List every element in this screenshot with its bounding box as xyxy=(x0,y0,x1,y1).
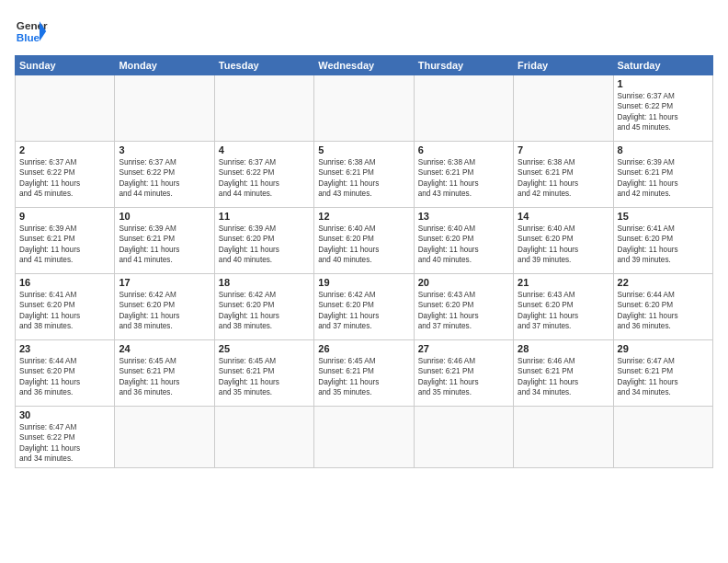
day-info: Sunrise: 6:45 AM Sunset: 6:21 PM Dayligh… xyxy=(219,356,310,398)
day-info: Sunrise: 6:41 AM Sunset: 6:20 PM Dayligh… xyxy=(618,224,709,266)
day-info: Sunrise: 6:46 AM Sunset: 6:21 PM Dayligh… xyxy=(418,356,509,398)
calendar-cell: 4Sunrise: 6:37 AM Sunset: 6:22 PM Daylig… xyxy=(214,142,313,208)
day-number: 14 xyxy=(518,211,609,222)
calendar-week-row: 2Sunrise: 6:37 AM Sunset: 6:22 PM Daylig… xyxy=(16,142,713,208)
day-info: Sunrise: 6:37 AM Sunset: 6:22 PM Dayligh… xyxy=(618,91,709,133)
day-info: Sunrise: 6:42 AM Sunset: 6:20 PM Dayligh… xyxy=(119,290,210,332)
day-number: 8 xyxy=(618,144,709,155)
day-number: 12 xyxy=(318,211,409,222)
page: General Blue SundayMondayTuesdayWednesda… xyxy=(0,0,728,563)
calendar-cell: 5Sunrise: 6:38 AM Sunset: 6:21 PM Daylig… xyxy=(314,142,414,208)
day-number: 18 xyxy=(219,277,310,288)
calendar-week-row: 16Sunrise: 6:41 AM Sunset: 6:20 PM Dayli… xyxy=(16,274,713,340)
svg-text:Blue: Blue xyxy=(17,31,40,43)
logo-icon: General Blue xyxy=(15,15,48,48)
weekday-header-sunday: Sunday xyxy=(16,56,115,75)
day-info: Sunrise: 6:39 AM Sunset: 6:21 PM Dayligh… xyxy=(618,157,709,200)
day-number: 27 xyxy=(418,343,509,354)
calendar-cell: 10Sunrise: 6:39 AM Sunset: 6:21 PM Dayli… xyxy=(115,208,214,274)
day-info: Sunrise: 6:45 AM Sunset: 6:21 PM Dayligh… xyxy=(119,356,210,398)
calendar-cell: 28Sunrise: 6:46 AM Sunset: 6:21 PM Dayli… xyxy=(514,340,613,407)
day-info: Sunrise: 6:37 AM Sunset: 6:22 PM Dayligh… xyxy=(19,157,110,200)
day-number: 25 xyxy=(219,343,310,354)
day-number: 4 xyxy=(219,144,310,155)
day-number: 20 xyxy=(418,277,509,288)
day-number: 30 xyxy=(19,409,110,420)
day-number: 17 xyxy=(119,277,210,288)
day-info: Sunrise: 6:42 AM Sunset: 6:20 PM Dayligh… xyxy=(219,290,310,332)
day-number: 13 xyxy=(418,211,509,222)
calendar-cell: 7Sunrise: 6:38 AM Sunset: 6:21 PM Daylig… xyxy=(514,142,613,208)
calendar-week-row: 23Sunrise: 6:44 AM Sunset: 6:20 PM Dayli… xyxy=(16,340,713,407)
weekday-header-wednesday: Wednesday xyxy=(314,56,414,75)
calendar-cell xyxy=(414,407,513,468)
calendar-cell: 3Sunrise: 6:37 AM Sunset: 6:22 PM Daylig… xyxy=(115,142,214,208)
calendar-cell: 24Sunrise: 6:45 AM Sunset: 6:21 PM Dayli… xyxy=(115,340,214,407)
day-info: Sunrise: 6:40 AM Sunset: 6:20 PM Dayligh… xyxy=(318,224,409,266)
calendar-cell: 27Sunrise: 6:46 AM Sunset: 6:21 PM Dayli… xyxy=(414,340,513,407)
day-number: 3 xyxy=(119,144,210,155)
day-info: Sunrise: 6:42 AM Sunset: 6:20 PM Dayligh… xyxy=(318,290,409,332)
day-info: Sunrise: 6:39 AM Sunset: 6:20 PM Dayligh… xyxy=(219,224,310,266)
weekday-header-saturday: Saturday xyxy=(613,56,712,75)
day-info: Sunrise: 6:47 AM Sunset: 6:22 PM Dayligh… xyxy=(19,422,110,465)
calendar-cell: 11Sunrise: 6:39 AM Sunset: 6:20 PM Dayli… xyxy=(214,208,313,274)
day-info: Sunrise: 6:46 AM Sunset: 6:21 PM Dayligh… xyxy=(518,356,609,398)
day-info: Sunrise: 6:44 AM Sunset: 6:20 PM Dayligh… xyxy=(618,290,709,332)
calendar-cell: 19Sunrise: 6:42 AM Sunset: 6:20 PM Dayli… xyxy=(314,274,414,340)
calendar-cell xyxy=(414,75,513,142)
calendar-cell: 13Sunrise: 6:40 AM Sunset: 6:20 PM Dayli… xyxy=(414,208,513,274)
calendar-cell xyxy=(214,75,313,142)
day-number: 15 xyxy=(618,211,709,222)
day-number: 10 xyxy=(119,211,210,222)
weekday-header-thursday: Thursday xyxy=(414,56,513,75)
calendar-cell xyxy=(314,407,414,468)
day-info: Sunrise: 6:44 AM Sunset: 6:20 PM Dayligh… xyxy=(19,356,110,398)
calendar-cell: 8Sunrise: 6:39 AM Sunset: 6:21 PM Daylig… xyxy=(613,142,712,208)
calendar-cell: 30Sunrise: 6:47 AM Sunset: 6:22 PM Dayli… xyxy=(16,407,115,468)
header: General Blue xyxy=(15,15,713,48)
day-number: 1 xyxy=(618,78,709,89)
day-info: Sunrise: 6:43 AM Sunset: 6:20 PM Dayligh… xyxy=(518,290,609,332)
calendar-cell: 12Sunrise: 6:40 AM Sunset: 6:20 PM Dayli… xyxy=(314,208,414,274)
day-info: Sunrise: 6:41 AM Sunset: 6:20 PM Dayligh… xyxy=(19,290,110,332)
calendar-cell xyxy=(514,75,613,142)
calendar-cell: 21Sunrise: 6:43 AM Sunset: 6:20 PM Dayli… xyxy=(514,274,613,340)
calendar-cell: 22Sunrise: 6:44 AM Sunset: 6:20 PM Dayli… xyxy=(613,274,712,340)
calendar-cell xyxy=(115,75,214,142)
day-number: 21 xyxy=(518,277,609,288)
day-info: Sunrise: 6:37 AM Sunset: 6:22 PM Dayligh… xyxy=(119,157,210,200)
calendar-cell: 1Sunrise: 6:37 AM Sunset: 6:22 PM Daylig… xyxy=(613,75,712,142)
day-number: 23 xyxy=(19,343,110,354)
day-number: 2 xyxy=(19,144,110,155)
day-info: Sunrise: 6:38 AM Sunset: 6:21 PM Dayligh… xyxy=(518,157,609,200)
calendar-cell: 2Sunrise: 6:37 AM Sunset: 6:22 PM Daylig… xyxy=(16,142,115,208)
day-info: Sunrise: 6:40 AM Sunset: 6:20 PM Dayligh… xyxy=(418,224,509,266)
day-number: 19 xyxy=(318,277,409,288)
calendar-cell: 14Sunrise: 6:40 AM Sunset: 6:20 PM Dayli… xyxy=(514,208,613,274)
calendar-cell: 6Sunrise: 6:38 AM Sunset: 6:21 PM Daylig… xyxy=(414,142,513,208)
day-number: 7 xyxy=(518,144,609,155)
calendar-cell xyxy=(214,407,313,468)
day-info: Sunrise: 6:37 AM Sunset: 6:22 PM Dayligh… xyxy=(219,157,310,200)
calendar-cell xyxy=(115,407,214,468)
day-info: Sunrise: 6:47 AM Sunset: 6:21 PM Dayligh… xyxy=(618,356,709,398)
calendar-week-row: 9Sunrise: 6:39 AM Sunset: 6:21 PM Daylig… xyxy=(16,208,713,274)
day-info: Sunrise: 6:39 AM Sunset: 6:21 PM Dayligh… xyxy=(119,224,210,266)
calendar-cell xyxy=(16,75,115,142)
day-info: Sunrise: 6:43 AM Sunset: 6:20 PM Dayligh… xyxy=(418,290,509,332)
day-number: 29 xyxy=(618,343,709,354)
day-number: 28 xyxy=(518,343,609,354)
calendar-table: SundayMondayTuesdayWednesdayThursdayFrid… xyxy=(15,55,713,468)
calendar-cell xyxy=(314,75,414,142)
calendar-week-row: 30Sunrise: 6:47 AM Sunset: 6:22 PM Dayli… xyxy=(16,407,713,468)
calendar-cell: 29Sunrise: 6:47 AM Sunset: 6:21 PM Dayli… xyxy=(613,340,712,407)
calendar-cell: 15Sunrise: 6:41 AM Sunset: 6:20 PM Dayli… xyxy=(613,208,712,274)
day-number: 24 xyxy=(119,343,210,354)
calendar-cell: 9Sunrise: 6:39 AM Sunset: 6:21 PM Daylig… xyxy=(16,208,115,274)
weekday-header-row: SundayMondayTuesdayWednesdayThursdayFrid… xyxy=(16,56,713,75)
calendar-cell: 16Sunrise: 6:41 AM Sunset: 6:20 PM Dayli… xyxy=(16,274,115,340)
day-number: 22 xyxy=(618,277,709,288)
calendar-cell: 23Sunrise: 6:44 AM Sunset: 6:20 PM Dayli… xyxy=(16,340,115,407)
day-number: 26 xyxy=(318,343,409,354)
